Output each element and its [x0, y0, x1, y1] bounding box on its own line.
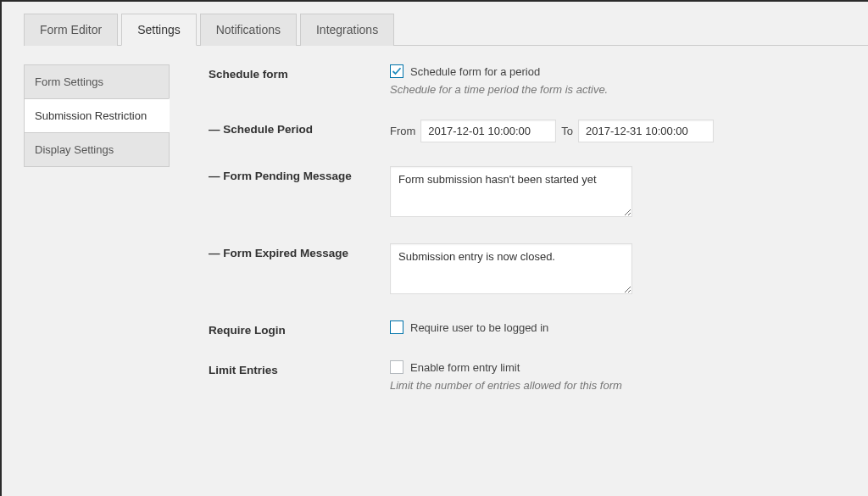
- to-label: To: [561, 125, 573, 137]
- require-login-label: Require Login: [209, 320, 390, 337]
- limit-entries-hint: Limit the number of entries allowed for …: [390, 379, 868, 392]
- schedule-form-label: Schedule form: [209, 64, 390, 81]
- from-label: From: [390, 125, 415, 137]
- side-submission-restriction[interactable]: Submission Restriction: [24, 98, 170, 132]
- pending-message-textarea[interactable]: Form submission hasn't been started yet: [390, 166, 632, 217]
- top-tabs: Form Editor Settings Notifications Integ…: [24, 14, 868, 46]
- main-panel: Schedule form Schedule form for a period…: [170, 64, 868, 415]
- schedule-form-checkbox[interactable]: [390, 64, 403, 78]
- limit-entries-label: Limit Entries: [209, 360, 390, 376]
- schedule-form-hint: Schedule for a time period the form is a…: [390, 83, 868, 96]
- schedule-period-label: — Schedule Period: [209, 120, 390, 136]
- schedule-form-checkbox-label: Schedule form for a period: [410, 65, 540, 78]
- tab-notifications[interactable]: Notifications: [200, 14, 297, 46]
- tab-integrations[interactable]: Integrations: [300, 14, 394, 46]
- tab-form-editor[interactable]: Form Editor: [24, 14, 118, 46]
- require-login-checkbox-label: Require user to be logged in: [410, 321, 548, 334]
- check-icon: [392, 66, 402, 76]
- limit-entries-checkbox[interactable]: [390, 360, 403, 374]
- pending-message-label: — Form Pending Message: [209, 166, 390, 182]
- require-login-checkbox[interactable]: [390, 320, 403, 334]
- limit-entries-checkbox-label: Enable form entry limit: [410, 361, 520, 374]
- expired-message-textarea[interactable]: Submission entry is now closed.: [390, 243, 632, 294]
- tab-settings[interactable]: Settings: [121, 14, 197, 46]
- schedule-to-input[interactable]: [578, 120, 714, 142]
- expired-message-label: — Form Expired Message: [209, 243, 390, 259]
- schedule-from-input[interactable]: [420, 120, 556, 142]
- side-display-settings[interactable]: Display Settings: [24, 132, 170, 167]
- side-form-settings[interactable]: Form Settings: [24, 64, 170, 98]
- side-nav: Form Settings Submission Restriction Dis…: [24, 64, 170, 415]
